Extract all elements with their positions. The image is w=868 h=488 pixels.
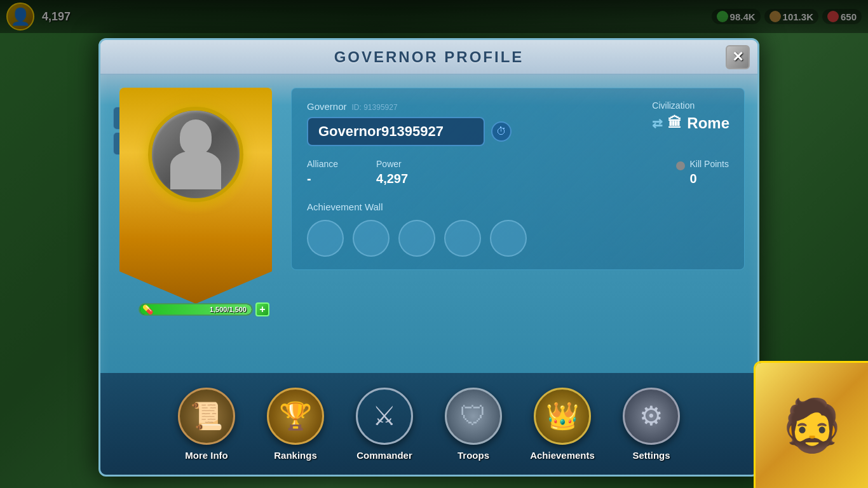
settings-label: Settings xyxy=(632,450,670,461)
achievement-slot-3 xyxy=(398,220,435,257)
modal-title-bar: GOVERNOR PROFILE ✕ xyxy=(100,40,757,75)
achievement-slot-5 xyxy=(490,220,527,257)
game-character-thumbnail: 🧔 xyxy=(754,361,868,488)
achievements-button[interactable]: 👑 Achievements xyxy=(527,388,597,461)
scroll-icon: 📜 xyxy=(190,400,223,431)
crown-icon: 👑 xyxy=(546,400,579,431)
governor-name-box: Governor91395927 xyxy=(307,117,485,146)
settings-icon: ⚙ xyxy=(623,388,680,445)
achievements-icon: 👑 xyxy=(534,388,591,445)
profile-section: 🖼 👤 💊 xyxy=(100,75,757,373)
troops-label: Troops xyxy=(458,450,489,461)
achievement-slots xyxy=(307,220,729,257)
achievement-slot-1 xyxy=(307,220,344,257)
kp-value: 0 xyxy=(690,172,729,186)
avatar-frame xyxy=(119,88,272,304)
rankings-button[interactable]: 🏆 Rankings xyxy=(261,388,330,461)
civilization-section: Civilization ⇄ 🏛 Rome xyxy=(652,100,729,132)
health-bar-bg: 💊 1,500/1,500 xyxy=(139,303,253,316)
character-image: 🧔 xyxy=(756,363,868,488)
more-info-icon: 📜 xyxy=(178,388,235,445)
stats-row: Alliance - Power 4,297 Kill Points 0 xyxy=(307,159,729,186)
info-panel-wrapper: Governor ID: 91395927 Governor91395927 ⏱… xyxy=(291,88,745,360)
troops-button[interactable]: 🛡 Troops xyxy=(438,388,508,461)
power-label: Power xyxy=(376,159,408,169)
civ-emblem: 🏛 xyxy=(668,115,682,132)
more-info-button[interactable]: 📜 More Info xyxy=(172,388,241,461)
alliance-stat: Alliance - xyxy=(307,159,338,186)
shield-icon: 🛡 xyxy=(460,401,487,431)
settings-button[interactable]: ⚙ Settings xyxy=(616,388,686,461)
modal-title: GOVERNOR PROFILE xyxy=(334,48,524,66)
rankings-label: Rankings xyxy=(274,450,317,461)
more-info-label: More Info xyxy=(185,450,228,461)
health-text: 1,500/1,500 xyxy=(210,306,247,313)
achievement-wall-label: Achievement Wall xyxy=(307,201,729,212)
kp-dot xyxy=(676,161,685,170)
avatar-circle[interactable] xyxy=(148,107,243,202)
health-icon: 💊 xyxy=(142,304,153,315)
close-button[interactable]: ✕ xyxy=(726,45,750,69)
avatar-panel: 🖼 👤 💊 xyxy=(113,88,278,360)
helmet-icon: ⚔ xyxy=(372,400,397,431)
rankings-icon: 🏆 xyxy=(267,388,324,445)
silhouette-head xyxy=(180,119,212,154)
achievement-slot-2 xyxy=(353,220,390,257)
civ-switch-icon[interactable]: ⇄ xyxy=(652,116,663,131)
gear-icon: ⚙ xyxy=(639,400,663,431)
action-buttons-bar: 📜 More Info 🏆 Rankings ⚔ Commander 🛡 xyxy=(100,373,757,475)
civilization-label: Civilization xyxy=(652,100,729,111)
trophy-icon: 🏆 xyxy=(279,400,312,431)
alliance-value: - xyxy=(307,172,338,186)
info-panel: Governor ID: 91395927 Governor91395927 ⏱… xyxy=(291,88,745,270)
kp-label: Kill Points xyxy=(690,159,729,169)
governor-profile-modal: GOVERNOR PROFILE ✕ 🖼 👤 xyxy=(98,38,759,477)
governor-id-hint: ID: 91395927 xyxy=(352,103,398,112)
achievement-wall-section: Achievement Wall xyxy=(307,201,729,257)
name-verify-icon[interactable]: ⏱ xyxy=(491,121,512,142)
troops-icon: 🛡 xyxy=(445,388,502,445)
alliance-label: Alliance xyxy=(307,159,338,169)
power-value: 4,297 xyxy=(376,172,408,186)
kill-points-section: Kill Points 0 xyxy=(676,159,729,186)
avatar-silhouette xyxy=(167,119,224,189)
silhouette-body xyxy=(170,151,221,189)
achievement-slot-4 xyxy=(444,220,481,257)
kill-points-stat: Kill Points 0 xyxy=(690,159,729,186)
power-stat: Power 4,297 xyxy=(376,159,408,186)
health-bar-container: 💊 1,500/1,500 + xyxy=(139,303,253,316)
commander-button[interactable]: ⚔ Commander xyxy=(349,388,419,461)
health-plus-button[interactable]: + xyxy=(255,302,269,316)
modal-content: 🖼 👤 💊 xyxy=(100,75,757,475)
achievements-label: Achievements xyxy=(530,450,595,461)
commander-label: Commander xyxy=(356,450,412,461)
commander-icon: ⚔ xyxy=(356,388,413,445)
civ-name: Rome xyxy=(687,114,729,132)
governor-label: Governor xyxy=(307,101,347,112)
civilization-value: ⇄ 🏛 Rome xyxy=(652,114,729,132)
